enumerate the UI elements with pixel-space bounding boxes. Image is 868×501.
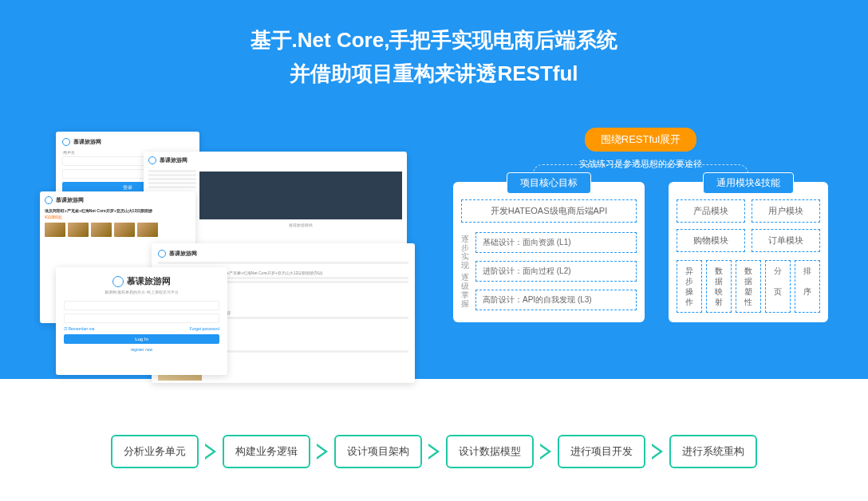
screenshot-collage: 慕课旅游网 ·用户名 登录 慕课旅游网 推荐旅游路线 慕课旅游网 埃及阿斯旺+产… (40, 132, 391, 387)
arrow-icon (540, 444, 551, 460)
main-title: 基于.Net Core,手把手实现电商后端系统 并借助项目重构来讲透RESTfu… (0, 24, 868, 90)
flow-steps: 分析业务单元 构建业务逻辑 设计项目架构 设计数据模型 进行项目开发 进行系统重… (0, 435, 868, 468)
restful-badge: 围绕RESTful展开 (585, 128, 696, 152)
skill-sort: 排·序 (795, 260, 820, 313)
skill-paging: 分·页 (765, 260, 791, 313)
step-3: 设计项目架构 (334, 435, 422, 468)
step-2: 构建业务逻辑 (223, 435, 310, 468)
title-line-2: 并借助项目重构来讲透RESTful (0, 57, 868, 91)
arrow-icon (317, 444, 328, 460)
api-goal: 开发HATEOAS级电商后端API (461, 199, 637, 223)
arrow-icon (428, 444, 440, 460)
module-product: 产品模块 (677, 199, 745, 223)
module-order: 订单模块 (752, 229, 820, 252)
skill-mapping: 数据映射 (706, 260, 732, 313)
level-l3: 高阶设计：API的自我发现 (L3) (475, 290, 637, 310)
level-l1: 基础设计：面向资源 (L1) (475, 232, 637, 253)
module-user: 用户模块 (752, 199, 820, 223)
level-l2: 进阶设计：面向过程 (L2) (475, 261, 637, 282)
core-goal-panel: 项目核心目标 开发HATEOAS级电商后端API 逐步实现逐级掌握 基础设计：面… (453, 182, 645, 322)
arrow-icon (205, 444, 216, 460)
step-6: 进行系统重构 (669, 435, 757, 468)
skill-shaping: 数据塑性 (736, 260, 761, 313)
title-line-1: 基于.Net Core,手把手实现电商后端系统 (0, 24, 868, 57)
hero-section: 基于.Net Core,手把手实现电商后端系统 并借助项目重构来讲透RESTfu… (0, 0, 868, 379)
core-goal-title: 项目核心目标 (507, 172, 591, 194)
skill-panel-title: 通用模块&技能 (703, 172, 794, 194)
module-cart: 购物模块 (677, 229, 745, 252)
step-5: 进行项目开发 (558, 435, 645, 468)
screenshot-login-large: 慕课旅游网 慕课网·最简单易的丹方·线上课程学习平台 ☑ Remember me… (56, 267, 227, 375)
skill-async: 异步操作 (677, 260, 702, 313)
vertical-label: 逐步实现逐级掌握 (461, 232, 471, 310)
step-1: 分析业务单元 (111, 435, 199, 468)
arrow-icon (652, 444, 663, 460)
skill-panel: 通用模块&技能 产品模块 用户模块 购物模块 订单模块 异步操作 数据映射 数据… (669, 182, 828, 322)
step-4: 设计数据模型 (446, 435, 534, 468)
concept-diagram: 围绕RESTful展开 实战练习是参透思想的必要途径 项目核心目标 开发HATE… (453, 128, 828, 322)
